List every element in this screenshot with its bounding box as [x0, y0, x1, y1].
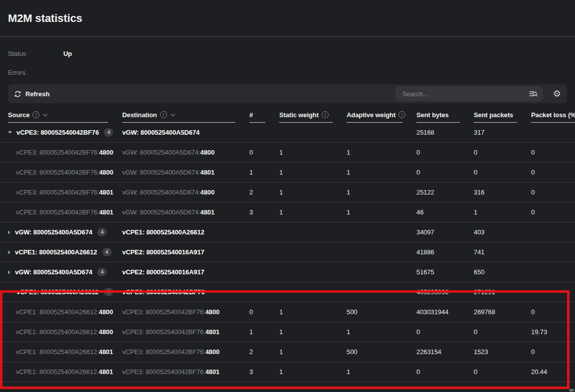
column-label-sent_packets: Sent packets [474, 111, 513, 119]
cell-adaptive-weight: 500 [347, 308, 416, 316]
group-row[interactable]: vCPE3: 800052540042BF764vGW: 8000525400A… [0, 123, 575, 143]
scrollbar-thumb[interactable] [569, 389, 574, 392]
cell-sent-bytes: 403031944 [416, 308, 474, 316]
leaf-row: vCPE1: 8000525400A26612:4800vCPE3: 80005… [0, 302, 575, 322]
child-count-badge: 4 [102, 248, 112, 256]
cell-sent-bytes: 34097 [416, 228, 474, 236]
cell-packet-loss: 20.44 [531, 368, 575, 376]
expand-toggle-icon[interactable] [8, 230, 10, 234]
title-bar: M2M statistics [0, 0, 575, 37]
source-port: 4800 [99, 169, 114, 176]
chevron-down-icon[interactable] [170, 111, 175, 116]
group-destination-label: vCPE2: 800052540016A917 [122, 248, 249, 256]
info-icon[interactable]: i [398, 111, 405, 118]
source-port: 4801 [99, 189, 114, 196]
refresh-icon [14, 90, 21, 98]
cell-sent-bytes: 25122 [416, 189, 474, 196]
group-row[interactable]: vGW: 8000525400A5D6744vCPE1: 8000525400A… [0, 222, 575, 242]
expand-toggle-icon[interactable] [8, 250, 10, 254]
source-port: 4800 [99, 308, 113, 316]
destination-port: 4801 [205, 328, 220, 336]
refresh-label: Refresh [25, 90, 49, 98]
destination-port: 4800 [205, 348, 220, 356]
cell-num: 3 [249, 368, 279, 376]
info-icon[interactable]: i [32, 111, 39, 118]
collapse-toggle-icon[interactable] [8, 131, 12, 134]
group-source-cell: vCPE1: 8000525400A266124 [8, 248, 122, 256]
destination-port: 4801 [200, 169, 215, 176]
table-body: vCPE3: 800052540042BF764vGW: 8000525400A… [0, 123, 575, 382]
column-header-destination[interactable]: Destinationi [122, 107, 249, 123]
cell-num: 1 [249, 169, 279, 176]
column-header-num: # [249, 107, 279, 123]
cell-sent-packets: 650 [474, 268, 531, 276]
column-header-sent_bytes: Sent bytes [416, 107, 474, 123]
group-source-label: vCPE1: 8000525400A26612 [15, 248, 97, 256]
source-address: vCPE3: 800052540042BF76: [16, 169, 99, 176]
search-box [395, 86, 543, 101]
leaf-source-cell: vCPE3: 800052540042BF76:4801 [8, 189, 122, 196]
group-source-cell: vCPE3: 800052540042BF764 [8, 128, 122, 136]
cell-static-weight: 1 [279, 308, 347, 316]
cell-packet-loss: 0 [531, 348, 575, 356]
column-label-adaptive_weight: Adaptive weight [347, 111, 395, 119]
leaf-row: vCPE3: 800052540042BF76:4801vGW: 8000525… [0, 202, 575, 222]
leaf-source-cell: vCPE3: 800052540042BF76:4800 [8, 149, 122, 156]
group-row[interactable]: vCPE1: 8000525400A266124vCPE3: 800052540… [0, 282, 575, 302]
chevron-down-icon[interactable] [43, 111, 48, 116]
cell-adaptive-weight: 1 [347, 149, 416, 156]
leaf-source-cell: vCPE3: 800052540042BF76:4801 [8, 208, 122, 216]
column-label-destination: Destination [122, 111, 157, 119]
cell-packet-loss: 0 [531, 169, 575, 176]
group-source-cell: vGW: 8000525400A5D6744 [8, 268, 122, 276]
cell-static-weight: 1 [279, 368, 347, 376]
search-input[interactable] [401, 90, 529, 98]
cell-sent-bytes: 0 [416, 149, 474, 156]
group-destination-label: vGW: 8000525400A5D674 [122, 129, 249, 136]
gear-icon[interactable]: ⚙ [553, 89, 561, 98]
group-source-label: vGW: 8000525400A5D674 [15, 268, 92, 276]
cell-sent-packets: 269768 [474, 308, 531, 316]
cell-packet-loss: 0 [531, 189, 575, 196]
refresh-button[interactable]: Refresh [14, 90, 49, 98]
destination-address: vCPE3: 800052540042BF76: [122, 368, 205, 376]
cell-num: 0 [249, 149, 279, 156]
leaf-destination-cell: vCPE3: 800052540042BF76:4800 [122, 348, 249, 356]
cell-sent-bytes: 2263154 [416, 348, 474, 356]
cell-sent-bytes: 405295098 [416, 288, 474, 296]
column-label-source: Source [8, 111, 29, 119]
group-row[interactable]: vGW: 8000525400A5D6744vCPE2: 80005254001… [0, 262, 575, 282]
leaf-source-cell: vCPE1: 8000525400A26612:4801 [8, 368, 122, 376]
column-header-source[interactable]: Sourcei [8, 107, 122, 123]
expand-toggle-icon[interactable] [8, 270, 10, 274]
status-label: Status [8, 50, 63, 57]
status-value: Up [63, 50, 72, 57]
cell-sent-bytes: 0 [416, 368, 474, 376]
source-address: vCPE1: 8000525400A26612: [16, 348, 99, 356]
column-label-packet_loss: Packet loss (%) [531, 111, 575, 119]
leaf-destination-cell: vGW: 8000525400A5D674:4801 [122, 208, 249, 216]
destination-port: 4800 [200, 149, 215, 156]
column-header-packet_loss: Packet loss (%) [531, 107, 575, 123]
group-row[interactable]: vCPE1: 8000525400A266124vCPE2: 800052540… [0, 242, 575, 262]
source-address: vCPE3: 800052540042BF76: [16, 149, 99, 156]
group-source-cell: vGW: 8000525400A5D6744 [8, 228, 122, 236]
cell-num: 1 [249, 328, 279, 336]
cell-static-weight: 1 [279, 328, 347, 336]
errors-label: Errors [8, 69, 63, 76]
info-icon[interactable]: i [322, 111, 329, 118]
table-header-row: SourceiDestinationi#Static weightiAdapti… [0, 107, 575, 123]
cell-sent-packets: 403 [474, 228, 531, 236]
leaf-destination-cell: vCPE3: 800052540042BF76:4801 [122, 328, 249, 336]
collapse-toggle-icon[interactable] [8, 291, 12, 293]
page-title: M2M statistics [8, 12, 82, 25]
filter-search-icon[interactable] [529, 89, 538, 98]
info-icon[interactable]: i [160, 111, 167, 118]
cell-static-weight: 1 [279, 169, 347, 176]
group-source-label: vCPE1: 8000525400A26612 [16, 288, 99, 296]
statistics-table: SourceiDestinationi#Static weightiAdapti… [0, 107, 575, 382]
cell-sent-bytes: 41886 [416, 248, 474, 256]
leaf-destination-cell: vGW: 8000525400A5D674:4800 [122, 149, 249, 156]
destination-port: 4800 [205, 308, 220, 316]
cell-sent-bytes: 46 [416, 208, 474, 216]
